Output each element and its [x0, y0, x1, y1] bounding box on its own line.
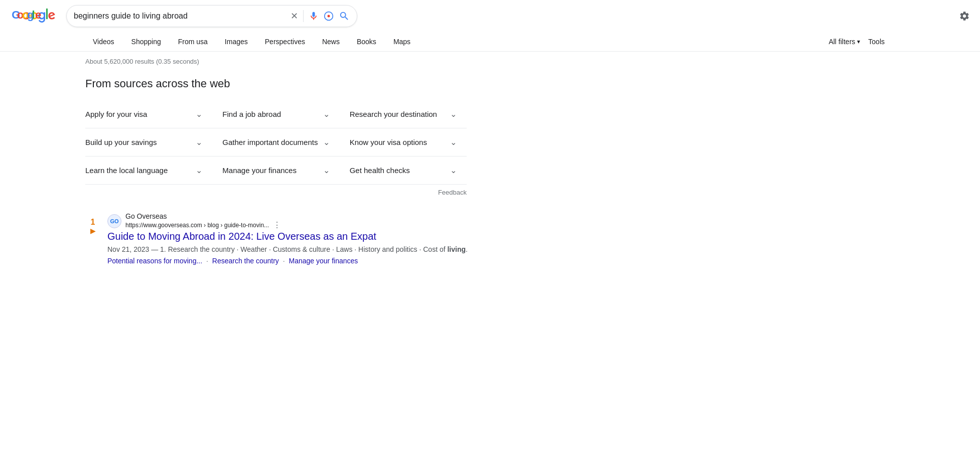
- result-number: 1: [91, 218, 95, 226]
- knowledge-title: From sources across the web: [85, 77, 467, 90]
- topic-manage-finances[interactable]: Manage your finances ⌄: [212, 156, 339, 184]
- chevron-down-icon: ⌄: [323, 109, 330, 119]
- result-snippet-links: Potential reasons for moving... · Resear…: [107, 257, 468, 265]
- lens-icon: [324, 11, 334, 21]
- clear-icon: ✕: [291, 11, 298, 22]
- topic-health-checks[interactable]: Get health checks ⌄: [340, 156, 467, 184]
- tools-label: Tools: [868, 38, 885, 46]
- result-site-name: Go Overseas: [125, 212, 283, 220]
- gear-icon: [959, 11, 970, 22]
- results-count: About 5,620,000 results (0.35 seconds): [85, 58, 199, 65]
- chevron-down-icon: ⌄: [323, 166, 330, 175]
- snippet-separator: ·: [206, 257, 208, 265]
- chevron-down-icon: ⌄: [450, 166, 457, 175]
- play-icon: ▶: [90, 227, 96, 235]
- nav-tabs-right: All filters ▾ Tools: [828, 38, 895, 46]
- topic-label: Research your destination: [350, 110, 437, 118]
- topic-build-savings[interactable]: Build up your savings ⌄: [85, 128, 212, 156]
- tab-news[interactable]: News: [315, 32, 347, 51]
- favicon: GO: [107, 214, 121, 228]
- tab-images[interactable]: Images: [217, 32, 255, 51]
- topic-label: Find a job abroad: [222, 110, 281, 118]
- feedback-link[interactable]: Feedback: [438, 189, 467, 196]
- snippet-separator: ·: [283, 257, 285, 265]
- settings-button[interactable]: [959, 11, 970, 22]
- topic-find-job[interactable]: Find a job abroad ⌄: [212, 100, 339, 128]
- mic-icon: [309, 11, 319, 21]
- result-source-row: GO Go Overseas https://www.gooverseas.co…: [107, 212, 468, 230]
- all-filters-label: All filters: [828, 38, 855, 46]
- snippet-link-reasons[interactable]: Potential reasons for moving...: [107, 257, 202, 265]
- topic-label: Build up your savings: [85, 138, 157, 146]
- chevron-down-icon: ⌄: [450, 137, 457, 147]
- topic-gather-documents[interactable]: Gather important documents ⌄: [212, 128, 339, 156]
- chevron-down-icon: ▾: [857, 38, 860, 45]
- topic-label: Know your visa options: [350, 138, 427, 146]
- svg-point-7: [328, 15, 330, 18]
- divider: [303, 10, 304, 22]
- result-url-row: https://www.gooverseas.com › blog › guid…: [125, 220, 283, 230]
- tools-button[interactable]: Tools: [868, 38, 885, 46]
- results-info: About 5,620,000 results (0.35 seconds): [0, 52, 980, 69]
- svg-text:l: l: [32, 9, 35, 21]
- topic-label: Apply for your visa: [85, 110, 147, 118]
- topic-label: Get health checks: [350, 166, 410, 175]
- tab-books[interactable]: Books: [349, 32, 384, 51]
- topic-apply-visa[interactable]: Apply for your visa ⌄: [85, 100, 212, 128]
- tab-from-usa[interactable]: From usa: [171, 32, 215, 51]
- chevron-down-icon: ⌄: [196, 166, 202, 175]
- search-bar-container: beginners guide to living abroad ✕: [66, 5, 357, 27]
- topic-learn-language[interactable]: Learn the local language ⌄: [85, 156, 212, 184]
- knowledge-section: From sources across the web Apply for yo…: [0, 69, 552, 204]
- topic-grid: Apply for your visa ⌄ Find a job abroad …: [85, 100, 467, 184]
- lens-button[interactable]: [324, 11, 334, 21]
- result-url: https://www.gooverseas.com › blog › guid…: [125, 222, 269, 229]
- nav-tabs: Videos Shopping From usa Images Perspect…: [0, 32, 980, 52]
- topic-label: Manage your finances: [222, 166, 297, 175]
- search-icon: [339, 11, 350, 22]
- search-bar: beginners guide to living abroad ✕: [66, 5, 357, 27]
- tab-perspectives[interactable]: Perspectives: [257, 32, 313, 51]
- chevron-down-icon: ⌄: [196, 137, 202, 147]
- all-filters-button[interactable]: All filters ▾: [828, 38, 860, 46]
- tab-maps[interactable]: Maps: [386, 32, 418, 51]
- snippet-link-finances[interactable]: Manage your finances: [289, 257, 358, 265]
- chevron-down-icon: ⌄: [196, 109, 202, 119]
- feedback-row: Feedback: [85, 185, 467, 200]
- result-title[interactable]: Guide to Moving Abroad in 2024: Live Ove…: [107, 231, 468, 242]
- snippet-link-research[interactable]: Research the country: [212, 257, 279, 265]
- chevron-down-icon: ⌄: [450, 109, 457, 119]
- search-icons: ✕: [291, 10, 350, 22]
- search-submit-button[interactable]: [339, 11, 350, 22]
- result-menu-button[interactable]: ⋮: [271, 220, 283, 230]
- topic-know-visa[interactable]: Know your visa options ⌄: [340, 128, 467, 156]
- search-input[interactable]: beginners guide to living abroad: [74, 12, 286, 21]
- tab-shopping[interactable]: Shopping: [124, 32, 169, 51]
- result-index-container: 1 ▶: [85, 212, 100, 235]
- chevron-down-icon: ⌄: [323, 137, 330, 147]
- result-item: 1 ▶ GO Go Overseas https://www.gooversea…: [85, 212, 895, 265]
- header: G o o g l e beginners guide to living ab…: [0, 0, 980, 32]
- svg-text:e: e: [35, 9, 41, 21]
- topic-research-destination[interactable]: Research your destination ⌄: [340, 100, 467, 128]
- search-results: 1 ▶ GO Go Overseas https://www.gooversea…: [0, 204, 980, 279]
- result-body: GO Go Overseas https://www.gooverseas.co…: [107, 212, 468, 265]
- voice-search-button[interactable]: [309, 11, 319, 21]
- header-right: [959, 11, 970, 22]
- topic-label: Learn the local language: [85, 166, 168, 175]
- topic-label: Gather important documents: [222, 138, 318, 146]
- google-logo[interactable]: G o o g l e: [10, 8, 56, 25]
- three-dots-icon: ⋮: [273, 220, 281, 230]
- result-snippet: Nov 21, 2023 — 1. Research the country ·…: [107, 244, 468, 255]
- tab-videos[interactable]: Videos: [85, 32, 122, 51]
- clear-button[interactable]: ✕: [291, 11, 298, 22]
- result-source-info: Go Overseas https://www.gooverseas.com ›…: [125, 212, 283, 230]
